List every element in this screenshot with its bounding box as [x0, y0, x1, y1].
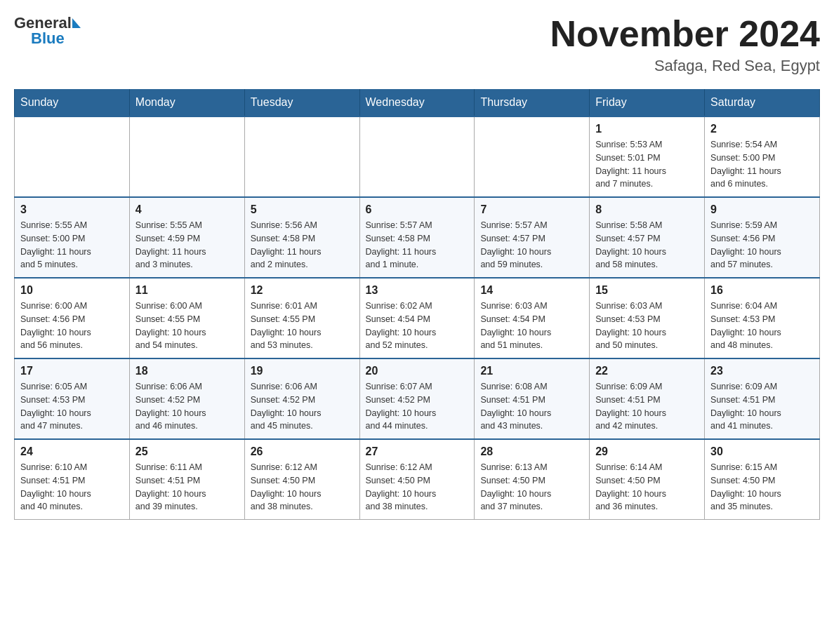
day-info: Sunrise: 6:06 AM Sunset: 4:52 PM Dayligh…	[251, 380, 354, 433]
column-header-friday: Friday	[590, 89, 705, 116]
day-number: 15	[595, 284, 699, 297]
calendar-cell: 19Sunrise: 6:06 AM Sunset: 4:52 PM Dayli…	[244, 358, 359, 439]
calendar-cell: 26Sunrise: 6:12 AM Sunset: 4:50 PM Dayli…	[244, 439, 359, 520]
day-number: 1	[595, 123, 699, 135]
day-number: 11	[135, 284, 239, 297]
day-number: 21	[480, 365, 583, 377]
day-info: Sunrise: 6:08 AM Sunset: 4:51 PM Dayligh…	[480, 380, 583, 433]
day-number: 7	[480, 203, 583, 216]
calendar-cell: 16Sunrise: 6:04 AM Sunset: 4:53 PM Dayli…	[705, 278, 820, 358]
day-info: Sunrise: 6:12 AM Sunset: 4:50 PM Dayligh…	[251, 461, 354, 514]
calendar-cell	[475, 116, 590, 197]
calendar-cell: 21Sunrise: 6:08 AM Sunset: 4:51 PM Dayli…	[475, 358, 590, 439]
calendar-week-row: 1Sunrise: 5:53 AM Sunset: 5:01 PM Daylig…	[15, 116, 820, 197]
calendar-cell: 6Sunrise: 5:57 AM Sunset: 4:58 PM Daylig…	[359, 197, 475, 278]
day-number: 28	[480, 445, 583, 458]
calendar-subtitle: Safaga, Red Sea, Egypt	[550, 57, 820, 75]
day-info: Sunrise: 6:12 AM Sunset: 4:50 PM Dayligh…	[366, 461, 469, 514]
day-info: Sunrise: 6:07 AM Sunset: 4:52 PM Dayligh…	[366, 380, 469, 433]
calendar-cell: 14Sunrise: 6:03 AM Sunset: 4:54 PM Dayli…	[475, 278, 590, 358]
day-info: Sunrise: 6:13 AM Sunset: 4:50 PM Dayligh…	[480, 461, 583, 514]
calendar-title: November 2024	[550, 14, 820, 54]
logo-triangle-icon	[72, 18, 81, 28]
day-number: 6	[366, 203, 469, 216]
day-info: Sunrise: 6:10 AM Sunset: 4:51 PM Dayligh…	[20, 461, 124, 514]
calendar-cell: 23Sunrise: 6:09 AM Sunset: 4:51 PM Dayli…	[705, 358, 820, 439]
day-info: Sunrise: 6:05 AM Sunset: 4:53 PM Dayligh…	[20, 380, 124, 433]
calendar-cell: 25Sunrise: 6:11 AM Sunset: 4:51 PM Dayli…	[129, 439, 244, 520]
day-info: Sunrise: 6:15 AM Sunset: 4:50 PM Dayligh…	[710, 461, 814, 514]
calendar-table: SundayMondayTuesdayWednesdayThursdayFrid…	[14, 89, 820, 520]
calendar-cell: 11Sunrise: 6:00 AM Sunset: 4:55 PM Dayli…	[129, 278, 244, 358]
day-number: 12	[251, 284, 354, 297]
day-info: Sunrise: 5:59 AM Sunset: 4:56 PM Dayligh…	[710, 219, 814, 271]
calendar-cell: 2Sunrise: 5:54 AM Sunset: 5:00 PM Daylig…	[705, 116, 820, 197]
page-header: General Blue November 2024 Safaga, Red S…	[14, 14, 820, 75]
day-info: Sunrise: 5:58 AM Sunset: 4:57 PM Dayligh…	[595, 219, 699, 271]
calendar-cell: 10Sunrise: 6:00 AM Sunset: 4:56 PM Dayli…	[15, 278, 130, 358]
day-number: 22	[595, 365, 699, 377]
column-header-sunday: Sunday	[15, 89, 130, 116]
column-header-monday: Monday	[129, 89, 244, 116]
day-info: Sunrise: 5:55 AM Sunset: 4:59 PM Dayligh…	[135, 219, 239, 271]
column-header-tuesday: Tuesday	[244, 89, 359, 116]
calendar-cell: 17Sunrise: 6:05 AM Sunset: 4:53 PM Dayli…	[15, 358, 130, 439]
day-number: 19	[251, 365, 354, 377]
title-area: November 2024 Safaga, Red Sea, Egypt	[550, 14, 820, 75]
day-number: 14	[480, 284, 583, 297]
day-info: Sunrise: 6:06 AM Sunset: 4:52 PM Dayligh…	[135, 380, 239, 433]
day-number: 30	[710, 445, 814, 458]
day-number: 16	[710, 284, 814, 297]
calendar-cell: 18Sunrise: 6:06 AM Sunset: 4:52 PM Dayli…	[129, 358, 244, 439]
calendar-cell	[15, 116, 130, 197]
calendar-cell: 30Sunrise: 6:15 AM Sunset: 4:50 PM Dayli…	[705, 439, 820, 520]
day-number: 18	[135, 365, 239, 377]
day-info: Sunrise: 5:57 AM Sunset: 4:58 PM Dayligh…	[366, 219, 469, 271]
column-header-thursday: Thursday	[475, 89, 590, 116]
column-header-wednesday: Wednesday	[359, 89, 475, 116]
day-number: 27	[366, 445, 469, 458]
day-info: Sunrise: 5:53 AM Sunset: 5:01 PM Dayligh…	[595, 138, 699, 191]
calendar-cell: 27Sunrise: 6:12 AM Sunset: 4:50 PM Dayli…	[359, 439, 475, 520]
day-info: Sunrise: 5:56 AM Sunset: 4:58 PM Dayligh…	[251, 219, 354, 271]
day-info: Sunrise: 6:03 AM Sunset: 4:54 PM Dayligh…	[480, 300, 583, 352]
day-number: 24	[20, 445, 124, 458]
logo: General Blue	[14, 14, 81, 48]
day-info: Sunrise: 6:00 AM Sunset: 4:55 PM Dayligh…	[135, 300, 239, 352]
calendar-cell: 9Sunrise: 5:59 AM Sunset: 4:56 PM Daylig…	[705, 197, 820, 278]
day-info: Sunrise: 6:11 AM Sunset: 4:51 PM Dayligh…	[135, 461, 239, 514]
day-number: 3	[20, 203, 124, 216]
calendar-cell: 20Sunrise: 6:07 AM Sunset: 4:52 PM Dayli…	[359, 358, 475, 439]
calendar-cell: 3Sunrise: 5:55 AM Sunset: 5:00 PM Daylig…	[15, 197, 130, 278]
calendar-cell	[244, 116, 359, 197]
day-info: Sunrise: 6:04 AM Sunset: 4:53 PM Dayligh…	[710, 300, 814, 352]
calendar-cell: 22Sunrise: 6:09 AM Sunset: 4:51 PM Dayli…	[590, 358, 705, 439]
calendar-cell: 13Sunrise: 6:02 AM Sunset: 4:54 PM Dayli…	[359, 278, 475, 358]
day-info: Sunrise: 6:03 AM Sunset: 4:53 PM Dayligh…	[595, 300, 699, 352]
day-number: 13	[366, 284, 469, 297]
column-header-saturday: Saturday	[705, 89, 820, 116]
day-number: 4	[135, 203, 239, 216]
day-number: 9	[710, 203, 814, 216]
calendar-cell: 1Sunrise: 5:53 AM Sunset: 5:01 PM Daylig…	[590, 116, 705, 197]
calendar-cell: 15Sunrise: 6:03 AM Sunset: 4:53 PM Dayli…	[590, 278, 705, 358]
day-info: Sunrise: 5:55 AM Sunset: 5:00 PM Dayligh…	[20, 219, 124, 271]
calendar-cell: 7Sunrise: 5:57 AM Sunset: 4:57 PM Daylig…	[475, 197, 590, 278]
calendar-cell	[359, 116, 475, 197]
calendar-cell: 29Sunrise: 6:14 AM Sunset: 4:50 PM Dayli…	[590, 439, 705, 520]
calendar-cell: 5Sunrise: 5:56 AM Sunset: 4:58 PM Daylig…	[244, 197, 359, 278]
day-number: 23	[710, 365, 814, 377]
day-number: 25	[135, 445, 239, 458]
day-info: Sunrise: 6:14 AM Sunset: 4:50 PM Dayligh…	[595, 461, 699, 514]
day-number: 8	[595, 203, 699, 216]
calendar-header-row: SundayMondayTuesdayWednesdayThursdayFrid…	[15, 89, 820, 116]
day-number: 20	[366, 365, 469, 377]
calendar-week-row: 3Sunrise: 5:55 AM Sunset: 5:00 PM Daylig…	[15, 197, 820, 278]
day-info: Sunrise: 6:00 AM Sunset: 4:56 PM Dayligh…	[20, 300, 124, 352]
calendar-cell: 4Sunrise: 5:55 AM Sunset: 4:59 PM Daylig…	[129, 197, 244, 278]
calendar-cell: 24Sunrise: 6:10 AM Sunset: 4:51 PM Dayli…	[15, 439, 130, 520]
day-info: Sunrise: 6:01 AM Sunset: 4:55 PM Dayligh…	[251, 300, 354, 352]
calendar-cell: 8Sunrise: 5:58 AM Sunset: 4:57 PM Daylig…	[590, 197, 705, 278]
calendar-cell	[129, 116, 244, 197]
day-number: 26	[251, 445, 354, 458]
